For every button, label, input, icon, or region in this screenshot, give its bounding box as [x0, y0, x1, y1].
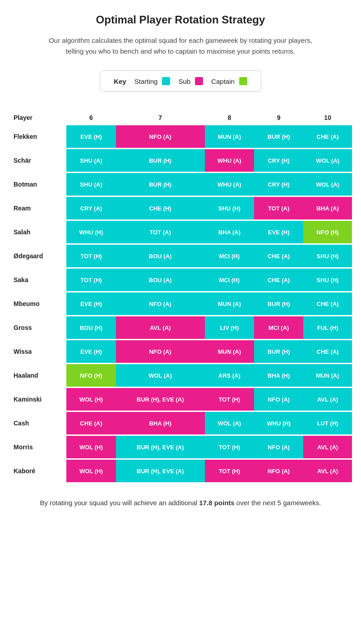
- key-label: Key: [114, 78, 126, 85]
- player-name: Ream: [9, 197, 66, 219]
- cell-r5-gw1: BOU (A): [116, 245, 205, 267]
- cell-r5-gw3: CHE (A): [254, 245, 303, 267]
- cell-r0-gw4: CHE (A): [303, 125, 352, 148]
- col-header-gw9: 9: [254, 111, 303, 124]
- cell-r10-gw2: ARS (A): [205, 364, 254, 387]
- table-row: FlekkenEVE (H)NFO (A)MUN (A)BUR (H)CHE (…: [9, 125, 352, 148]
- player-name: Salah: [9, 221, 66, 243]
- table-row: ØdegaardTOT (H)BOU (A)MCI (H)CHE (A)SHU …: [9, 245, 352, 267]
- subtitle: Our algorithm calculates the optimal squ…: [45, 35, 316, 57]
- cell-r12-gw3: WHU (H): [254, 412, 303, 434]
- cell-r8-gw3: MCI (A): [254, 316, 303, 339]
- player-name: Ødegaard: [9, 245, 66, 267]
- cell-r7-gw1: NFO (A): [116, 292, 205, 315]
- rotation-table: Player 6 7 8 9 10 FlekkenEVE (H)NFO (A)M…: [9, 110, 352, 484]
- cell-r1-gw3: CRY (H): [254, 149, 303, 172]
- sub-label: Sub: [178, 78, 190, 85]
- cell-r8-gw4: FUL (H): [303, 316, 352, 339]
- cell-r4-gw0: WHU (H): [66, 221, 116, 243]
- cell-r6-gw2: MCI (H): [205, 269, 254, 291]
- cell-r11-gw2: TOT (H): [205, 388, 254, 411]
- cell-r13-gw2: TOT (H): [205, 436, 254, 458]
- cell-r1-gw1: BUR (H): [116, 149, 205, 172]
- cell-r2-gw2: WHU (A): [205, 173, 254, 196]
- player-name: Gross: [9, 316, 66, 339]
- cell-r14-gw3: NFO (A): [254, 460, 303, 482]
- cell-r1-gw4: WOL (A): [303, 149, 352, 172]
- player-name: Saka: [9, 269, 66, 291]
- cell-r11-gw3: NFO (A): [254, 388, 303, 411]
- table-row: BotmanSHU (A)BUR (H)WHU (A)CRY (H)WOL (A…: [9, 173, 352, 196]
- footer-text2: over the next 5 gameweeks.: [235, 499, 321, 507]
- cell-r14-gw0: WOL (H): [66, 460, 116, 482]
- cell-r4-gw1: TOT (A): [116, 221, 205, 243]
- table-row: CashCHE (A)BHA (H)WOL (A)WHU (H)LUT (H): [9, 412, 352, 434]
- cell-r8-gw0: BOU (H): [66, 316, 116, 339]
- player-name: Morris: [9, 436, 66, 458]
- cell-r8-gw2: LIV (H): [205, 316, 254, 339]
- footer-text1: By rotating your squad you will achieve …: [40, 499, 199, 507]
- cell-r13-gw3: NFO (A): [254, 436, 303, 458]
- cell-r3-gw2: SHU (H): [205, 197, 254, 219]
- legend-captain: Captain: [211, 77, 247, 85]
- cell-r12-gw4: LUT (H): [303, 412, 352, 434]
- cell-r4-gw4: NFO (H): [303, 221, 352, 243]
- table-row: MorrisWOL (H)BUR (H), EVE (A)TOT (H)NFO …: [9, 436, 352, 458]
- col-header-gw10: 10: [303, 111, 352, 124]
- col-header-gw8: 8: [205, 111, 254, 124]
- cell-r4-gw3: EVE (H): [254, 221, 303, 243]
- captain-label: Captain: [211, 78, 235, 85]
- cell-r2-gw3: CRY (H): [254, 173, 303, 196]
- cell-r10-gw4: MUN (A): [303, 364, 352, 387]
- cell-r10-gw1: WOL (A): [116, 364, 205, 387]
- cell-r5-gw4: SHU (H): [303, 245, 352, 267]
- player-name: Cash: [9, 412, 66, 434]
- cell-r7-gw2: MUN (A): [205, 292, 254, 315]
- player-name: Schär: [9, 149, 66, 172]
- cell-r9-gw1: NFO (A): [116, 340, 205, 363]
- cell-r2-gw1: BUR (H): [116, 173, 205, 196]
- cell-r1-gw2: WHU (A): [205, 149, 254, 172]
- page-title: Optimal Player Rotation Strategy: [9, 14, 352, 26]
- cell-r12-gw2: WOL (A): [205, 412, 254, 434]
- cell-r0-gw0: EVE (H): [66, 125, 116, 148]
- cell-r10-gw0: NFO (H): [66, 364, 116, 387]
- footer-text: By rotating your squad you will achieve …: [9, 497, 352, 509]
- cell-r6-gw0: TOT (H): [66, 269, 116, 291]
- cell-r5-gw0: TOT (H): [66, 245, 116, 267]
- cell-r10-gw3: BHA (H): [254, 364, 303, 387]
- cell-r11-gw4: AVL (A): [303, 388, 352, 411]
- cell-r8-gw1: AVL (A): [116, 316, 205, 339]
- cell-r3-gw4: BHA (A): [303, 197, 352, 219]
- sub-swatch: [195, 77, 203, 85]
- cell-r9-gw0: EVE (H): [66, 340, 116, 363]
- starting-label: Starting: [134, 78, 158, 85]
- table-row: KaboréWOL (H)BUR (H), EVE (A)TOT (H)NFO …: [9, 460, 352, 482]
- table-row: SalahWHU (H)TOT (A)BHA (A)EVE (H)NFO (H): [9, 221, 352, 243]
- cell-r0-gw3: BUR (H): [254, 125, 303, 148]
- player-name: Haaland: [9, 364, 66, 387]
- table-row: KaminskiWOL (H)BUR (H), EVE (A)TOT (H)NF…: [9, 388, 352, 411]
- cell-r4-gw2: BHA (A): [205, 221, 254, 243]
- cell-r14-gw2: TOT (H): [205, 460, 254, 482]
- cell-r13-gw1: BUR (H), EVE (A): [116, 436, 205, 458]
- table-row: SchärSHU (A)BUR (H)WHU (A)CRY (H)WOL (A): [9, 149, 352, 172]
- player-name: Mbeumo: [9, 292, 66, 315]
- cell-r2-gw0: SHU (A): [66, 173, 116, 196]
- captain-swatch: [239, 77, 247, 85]
- legend-starting: Starting: [134, 77, 171, 85]
- cell-r9-gw2: MUN (A): [205, 340, 254, 363]
- cell-r11-gw1: BUR (H), EVE (A): [116, 388, 205, 411]
- cell-r12-gw0: CHE (A): [66, 412, 116, 434]
- table-row: MbeumoEVE (H)NFO (A)MUN (A)BUR (H)CHE (A…: [9, 292, 352, 315]
- cell-r14-gw4: AVL (A): [303, 460, 352, 482]
- table-row: SakaTOT (H)BOU (A)MCI (H)CHE (A)SHU (H): [9, 269, 352, 291]
- cell-r11-gw0: WOL (H): [66, 388, 116, 411]
- cell-r9-gw3: BUR (H): [254, 340, 303, 363]
- cell-r6-gw3: CHE (A): [254, 269, 303, 291]
- cell-r13-gw0: WOL (H): [66, 436, 116, 458]
- col-header-gw6: 6: [66, 111, 116, 124]
- cell-r7-gw0: EVE (H): [66, 292, 116, 315]
- cell-r7-gw3: BUR (H): [254, 292, 303, 315]
- cell-r7-gw4: CHE (A): [303, 292, 352, 315]
